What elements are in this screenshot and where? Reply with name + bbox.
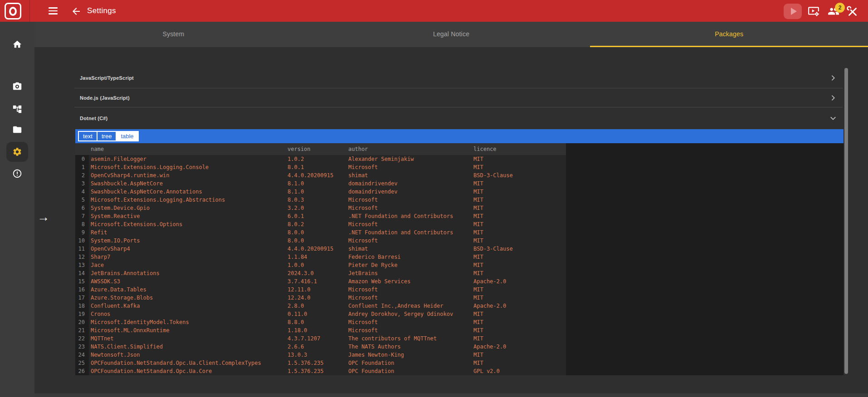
accordion-dotnet[interactable]: Dotnet (C#) [74, 107, 843, 129]
tab-legal-notice[interactable]: Legal Notice [312, 22, 590, 47]
row-index: 12 [75, 253, 89, 261]
table-row[interactable]: 26OPCFoundation.NetStandard.Opc.Ua.Core1… [75, 367, 844, 375]
cell-licence: Apache-2.0 [472, 277, 566, 286]
service-tools-icon[interactable] [846, 6, 859, 18]
table-row[interactable]: 13Jace1.0.0Pieter De RyckeMIT [75, 261, 844, 269]
table-row[interactable]: 4Swashbuckle.AspNetCore.Annotations8.1.0… [75, 188, 844, 196]
table-row[interactable]: 10System.IO.Ports8.0.0MicrosoftMIT [75, 237, 844, 245]
table-row[interactable]: 16Azure.Data.Tables12.11.0MicrosoftMIT [75, 286, 844, 294]
folder-icon [12, 125, 22, 135]
expand-drawer-arrow[interactable]: → [37, 211, 49, 223]
cell-author: domaindrivendev [346, 179, 472, 188]
cell-licence: BSD-3-Clause [472, 171, 566, 179]
cell-version: 6.0.1 [286, 212, 346, 220]
menu-icon[interactable] [49, 7, 58, 15]
view-mode-table-button[interactable]: table [116, 131, 138, 141]
cell-author: shimat [346, 171, 472, 179]
sidebar-item-settings[interactable] [0, 142, 34, 162]
cell-licence: Apache-2.0 [472, 343, 566, 351]
cell-author: The contributors of MQTTnet [346, 334, 472, 343]
cell-name: Azure.Storage.Blobs [89, 294, 286, 302]
sidebar-item-workflow[interactable] [0, 99, 34, 119]
sidebar-item-files[interactable] [0, 120, 34, 140]
row-filler [566, 269, 844, 277]
table-row[interactable]: 11OpenCvSharp44.4.0.20200915shimatBSD-3-… [75, 245, 844, 253]
row-index: 6 [75, 204, 89, 212]
cell-name: Microsoft.Extensions.Logging.Abstraction… [89, 196, 286, 204]
row-filler [566, 343, 844, 351]
table-row[interactable]: 8Microsoft.Extensions.Options8.0.2Micros… [75, 220, 844, 228]
bottom-scroll-track [34, 393, 868, 397]
cell-author: Federico Barresi [346, 253, 472, 261]
accordion-label: Node.js (JavaScript) [80, 95, 130, 101]
table-row[interactable]: 9Refit8.0.0.NET Foundation and Contribut… [75, 228, 844, 237]
cell-name: MQTTnet [89, 334, 286, 343]
table-header-row: name version author licence [75, 143, 844, 155]
page-title: Settings [87, 0, 116, 22]
cell-version: 2.8.0 [286, 302, 346, 310]
tab-system[interactable]: System [34, 22, 312, 47]
cell-author: shimat [346, 245, 472, 253]
table-row[interactable]: 3Swashbuckle.AspNetCore8.1.0domaindriven… [75, 179, 844, 188]
table-row[interactable]: 1Microsoft.Extensions.Logging.Console8.0… [75, 163, 844, 171]
cell-licence: MIT [472, 286, 566, 294]
accordion-javascript-typescript[interactable]: JavaScript/TypeScript [74, 68, 843, 88]
row-filler [566, 318, 844, 326]
table-row[interactable]: 24Newtonsoft.Json13.0.3James Newton-King… [75, 351, 844, 359]
view-mode-tree-button[interactable]: tree [97, 131, 116, 141]
back-arrow-icon[interactable] [71, 6, 82, 17]
row-filler [566, 228, 844, 237]
cell-licence: MIT [472, 196, 566, 204]
cell-licence: MIT [472, 220, 566, 228]
cell-version: 1.0.2 [286, 155, 346, 163]
table-row[interactable]: 17Azure.Storage.Blobs12.24.0MicrosoftMIT [75, 294, 844, 302]
table-row[interactable]: 25OPCFoundation.NetStandard.Opc.Ua.Clien… [75, 359, 844, 367]
cell-version: 1.5.376.235 [286, 359, 346, 367]
cell-version: 8.0.0 [286, 237, 346, 245]
table-row[interactable]: 7System.Reactive6.0.1.NET Foundation and… [75, 212, 844, 220]
cell-name: asemin.FileLogger [89, 155, 286, 163]
row-filler [566, 171, 844, 179]
row-index: 13 [75, 261, 89, 269]
table-row[interactable]: 14JetBrains.Annotations2024.3.0JetBrains… [75, 269, 844, 277]
accordion-nodejs[interactable]: Node.js (JavaScript) [74, 88, 843, 107]
play-button[interactable] [784, 4, 802, 19]
sidebar-item-camera[interactable] [0, 77, 34, 97]
cell-licence: MIT [472, 188, 566, 196]
table-row[interactable]: 21Microsoft.ML.OnnxRuntime1.18.0Microsof… [75, 326, 844, 334]
column-header-name: name [89, 143, 286, 155]
accordion-label: JavaScript/TypeScript [80, 75, 134, 81]
table-row[interactable]: 22MQTTnet4.3.7.1207The contributors of M… [75, 334, 844, 343]
chevron-right-icon [830, 95, 836, 101]
vertical-scrollbar-thumb[interactable] [844, 68, 848, 374]
row-filler [566, 220, 844, 228]
cell-version: 1.1.84 [286, 253, 346, 261]
cell-author: Microsoft [346, 220, 472, 228]
row-index: 9 [75, 228, 89, 237]
row-index: 5 [75, 196, 89, 204]
table-row[interactable]: 2OpenCvSharp4.runtime.win4.4.0.20200915s… [75, 171, 844, 179]
workflow-tree-icon [12, 104, 22, 114]
table-row[interactable]: 18Confluent.Kafka2.8.0Confluent Inc.,And… [75, 302, 844, 310]
cell-name: Cronos [89, 310, 286, 318]
view-mode-text-button[interactable]: text [78, 131, 97, 141]
screen-cast-settings-icon[interactable] [807, 5, 820, 17]
table-row[interactable]: 20Microsoft.IdentityModel.Tokens8.8.0Mic… [75, 318, 844, 326]
sidebar-item-errors[interactable] [0, 164, 34, 184]
table-row[interactable]: 15AWSSDK.S33.7.416.1Amazon Web ServicesA… [75, 277, 844, 286]
row-index: 4 [75, 188, 89, 196]
sidebar-item-home[interactable] [0, 34, 34, 54]
table-row[interactable]: 5Microsoft.Extensions.Logging.Abstractio… [75, 196, 844, 204]
cell-licence: MIT [472, 326, 566, 334]
table-row[interactable]: 19Cronos0.11.0Andrey Dorokhov, Sergey Od… [75, 310, 844, 318]
table-row[interactable]: 6System.Device.Gpio3.2.0MicrosoftMIT [75, 204, 844, 212]
cell-version: 13.0.3 [286, 351, 346, 359]
row-index: 15 [75, 277, 89, 286]
row-index: 23 [75, 343, 89, 351]
table-row[interactable]: 12Sharp71.1.84Federico BarresiMIT [75, 253, 844, 261]
table-row[interactable]: 0asemin.FileLogger1.0.2Alexander Seminja… [75, 155, 844, 163]
cell-name: JetBrains.Annotations [89, 269, 286, 277]
header-divider [29, 0, 30, 22]
tab-packages[interactable]: Packages [590, 22, 868, 47]
table-row[interactable]: 23NATS.Client.Simplified2.6.6The NATS Au… [75, 343, 844, 351]
